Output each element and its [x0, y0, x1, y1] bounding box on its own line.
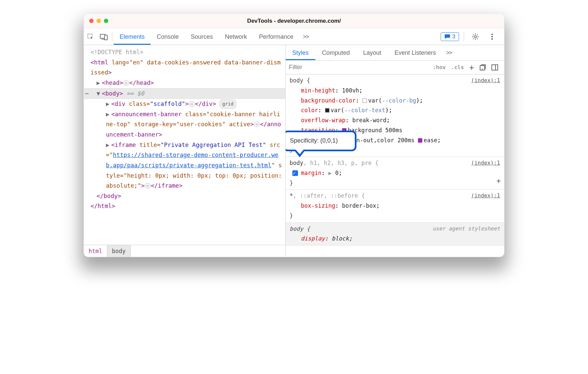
styles-filter-input[interactable] — [289, 64, 430, 71]
styles-tabs: Styles Computed Layout Event Listeners >… — [286, 45, 504, 60]
new-style-rule-button[interactable]: + — [467, 63, 477, 72]
specificity-tooltip: Specificity: (0,0,1) — [286, 131, 356, 151]
add-declaration-button[interactable]: + — [496, 175, 501, 188]
dom-tree[interactable]: <!DOCTYPE html> <html lang="en" data-coo… — [84, 45, 285, 245]
svg-rect-10 — [492, 65, 498, 70]
tab-layout[interactable]: Layout — [356, 45, 388, 60]
window-title: DevTools - developer.chrome.com/ — [84, 18, 504, 24]
source-link[interactable]: (index):1 — [471, 191, 500, 200]
tab-styles[interactable]: Styles — [286, 45, 315, 60]
selected-node-body[interactable]: ▼<body> == $0 — [84, 88, 285, 99]
css-rule-box-sizing[interactable]: (index):1 *, ::after, ::before { box-siz… — [286, 190, 504, 222]
kebab-icon — [491, 33, 493, 40]
enable-checkbox[interactable] — [292, 170, 298, 176]
main-content: <!DOCTYPE html> <html lang="en" data-coo… — [84, 45, 504, 257]
color-swatch-icon[interactable] — [362, 99, 367, 103]
grid-badge[interactable]: grid — [219, 100, 236, 109]
styles-tabs-overflow[interactable]: >> — [443, 45, 455, 60]
styles-filter-bar: :hov .cls + — [286, 60, 504, 74]
tab-console[interactable]: Console — [151, 29, 185, 45]
styles-panel: Styles Computed Layout Event Listeners >… — [286, 45, 504, 257]
ellipsis-icon[interactable]: ⋯ — [254, 122, 260, 127]
source-link[interactable]: (index):1 — [471, 76, 500, 85]
toggle-sidebar-icon[interactable] — [489, 64, 501, 70]
svg-point-7 — [491, 38, 493, 40]
svg-point-5 — [491, 33, 493, 35]
breadcrumb-body[interactable]: body — [107, 245, 131, 257]
tabs-overflow[interactable]: >> — [299, 29, 312, 45]
ellipsis-icon[interactable]: ⋯ — [145, 183, 151, 189]
hov-button[interactable]: :hov — [430, 64, 448, 70]
devtools-window: DevTools - developer.chrome.com/ Element… — [84, 13, 504, 257]
svg-rect-3 — [105, 35, 107, 40]
elements-panel: <!DOCTYPE html> <html lang="en" data-coo… — [84, 45, 286, 257]
tab-sources[interactable]: Sources — [185, 29, 219, 45]
ellipsis-icon[interactable]: ⋯ — [123, 80, 129, 86]
cls-button[interactable]: .cls — [448, 64, 467, 70]
css-rule-margin[interactable]: (index):1 body, h1, h2, h3, p, pre { mar… — [286, 157, 504, 190]
device-toolbar-icon[interactable] — [97, 30, 111, 43]
css-rule-user-agent[interactable]: user agent stylesheet body { display: bl… — [286, 223, 504, 246]
ellipsis-icon[interactable]: ⋯ — [189, 101, 195, 107]
svg-point-4 — [474, 35, 476, 37]
bezier-swatch-icon[interactable] — [418, 138, 422, 143]
tab-elements[interactable]: Elements — [114, 29, 151, 45]
gear-icon — [472, 33, 479, 40]
ua-stylesheet-label: user agent stylesheet — [433, 224, 500, 233]
breadcrumb-html[interactable]: html — [84, 245, 107, 257]
css-rules[interactable]: (index):1 body { min-height: 100vh; back… — [286, 74, 504, 257]
main-toolbar: Elements Console Sources Network Perform… — [84, 28, 504, 45]
settings-button[interactable] — [469, 30, 482, 43]
svg-point-6 — [491, 36, 493, 37]
iframe-src-link[interactable]: https://shared-storage-demo-content-prod… — [106, 152, 278, 169]
tab-performance[interactable]: Performance — [253, 29, 299, 45]
source-link[interactable]: (index):1 — [471, 158, 500, 168]
issues-count: 3 — [452, 33, 455, 40]
breadcrumb: html body — [84, 245, 285, 257]
message-icon — [444, 34, 450, 39]
tab-computed[interactable]: Computed — [315, 45, 356, 60]
dom-doctype: <!DOCTYPE html> — [91, 49, 143, 55]
tab-event-listeners[interactable]: Event Listeners — [388, 45, 443, 60]
more-menu-button[interactable] — [485, 30, 499, 43]
css-rule-body[interactable]: (index):1 body { min-height: 100vh; back… — [286, 74, 504, 157]
computed-styles-icon[interactable] — [477, 64, 489, 71]
inspect-element-icon[interactable] — [84, 30, 97, 43]
tab-network[interactable]: Network — [219, 29, 253, 45]
issues-badge[interactable]: 3 — [441, 32, 459, 41]
titlebar: DevTools - developer.chrome.com/ — [84, 14, 504, 28]
color-swatch-icon[interactable] — [325, 108, 329, 113]
